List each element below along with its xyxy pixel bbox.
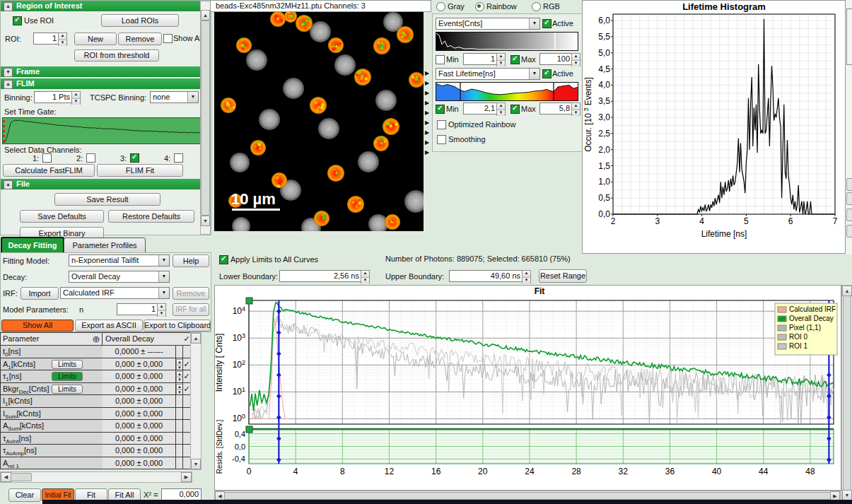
slider-marker-icon[interactable]: ▶ — [425, 120, 429, 126]
new-roi-button[interactable]: New — [74, 33, 117, 45]
scroll-down-icon[interactable]: ▼ — [842, 490, 852, 500]
scrollbar-thumb[interactable] — [11, 473, 32, 481]
events-max-spinner[interactable]: ▲▼ — [571, 53, 580, 66]
slider-marker-icon[interactable]: ▶ — [425, 71, 429, 76]
events-colorbar[interactable] — [436, 32, 578, 51]
binning-spinner[interactable]: ▲▼ — [71, 91, 81, 105]
scroll-up-icon[interactable]: ▲ — [191, 333, 201, 344]
mode-radio-rgb[interactable] — [532, 2, 541, 11]
upper-boundary-input[interactable]: 49,60 ns — [449, 270, 523, 282]
globe-icon[interactable]: ⊕ — [93, 334, 100, 344]
slider-marker-icon[interactable]: ▶ — [425, 100, 429, 106]
roi-from-threshold-button[interactable]: ROI from threshold — [74, 49, 159, 61]
reset-range-button[interactable]: Reset Range — [539, 269, 587, 283]
smoothing-checkbox[interactable] — [437, 135, 446, 144]
lifetime-min-input[interactable]: 2,1 — [463, 102, 498, 115]
slider-marker-icon[interactable]: ▶ — [425, 130, 429, 136]
use-roi-checkbox[interactable] — [13, 16, 22, 25]
scroll-up-icon[interactable]: ▲ — [201, 10, 210, 20]
clipped-button[interactable] — [846, 225, 852, 238]
scroll-right-icon[interactable]: ▶ — [181, 472, 192, 482]
scroll-down-icon[interactable]: ▼ — [201, 216, 210, 226]
remove-roi-button[interactable]: Remove — [118, 33, 162, 45]
scrollbar-thumb[interactable] — [201, 20, 210, 216]
resid-drag-handle[interactable] — [246, 426, 252, 433]
lower-boundary-input[interactable]: 2,56 ns — [279, 270, 362, 282]
binning-input[interactable]: 1 Pts — [34, 91, 73, 103]
scroll-up-icon[interactable]: ▲ — [842, 286, 852, 296]
channel-checkbox[interactable] — [42, 153, 52, 163]
tab-parameter-profiles[interactable]: Parameter Profiles — [64, 238, 146, 254]
roi-spinner[interactable]: ▲▼ — [58, 33, 67, 46]
fitting-model-dropdown[interactable]: n-Exponential Tailfit ▼ — [69, 254, 170, 266]
channel-checkbox[interactable] — [86, 153, 95, 163]
apply-limits-checkbox[interactable] — [219, 255, 228, 264]
scroll-left-icon[interactable]: ◀ — [1, 472, 11, 482]
irf-dropdown[interactable]: Calculated IRF ▼ — [60, 287, 170, 299]
slider-marker-icon[interactable]: ▶ — [425, 150, 429, 156]
save-result-button[interactable]: Save Result — [54, 193, 161, 206]
upper-boundary-spinner[interactable]: ▲▼ — [522, 270, 531, 283]
collapse-frame-icon[interactable]: ▼ — [4, 68, 13, 77]
clipped-button[interactable] — [846, 209, 852, 221]
show-all-curves-button[interactable]: Show All — [1, 320, 74, 332]
clipped-button[interactable] — [846, 192, 852, 205]
calculate-fastflim-button[interactable]: Calculate FastFLIM — [3, 164, 95, 177]
slider-marker-icon[interactable]: ▶ — [425, 90, 429, 96]
lifetime-max-input[interactable]: 5,8 — [539, 102, 573, 115]
restore-defaults-button[interactable]: Restore Defaults — [108, 210, 194, 223]
events-min-checkbox[interactable] — [436, 55, 445, 64]
decay-dropdown[interactable]: Overall Decay ▼ — [69, 271, 170, 283]
export-clipboard-button[interactable]: Export to Clipboard — [144, 320, 211, 332]
param-spinner[interactable]: ▲▼ — [176, 371, 183, 382]
param-table-scrollbar[interactable]: ▲ ▼ — [190, 332, 202, 470]
scrollbar-thumb[interactable] — [843, 295, 851, 491]
lifetime-dropdown[interactable]: Fast Lifetime[ns] ▼ — [436, 68, 540, 80]
lifetime-min-checkbox[interactable] — [436, 105, 445, 114]
optimized-rainbow-checkbox[interactable] — [437, 120, 446, 129]
events-active-checkbox[interactable] — [542, 19, 552, 28]
limits-button[interactable]: Limits — [52, 372, 83, 381]
scroll-down-icon[interactable]: ▼ — [191, 459, 201, 469]
events-max-checkbox[interactable] — [510, 55, 520, 64]
row-check-icon[interactable]: ✓ — [183, 385, 189, 393]
show-all-checkbox[interactable] — [163, 34, 173, 43]
save-defaults-button[interactable]: Save Defaults — [20, 210, 104, 223]
slider-marker-icon[interactable]: ▶ — [425, 140, 429, 146]
lifetime-max-spinner[interactable]: ▲▼ — [571, 102, 580, 116]
row-check-icon[interactable]: ✓ — [183, 372, 189, 380]
slider-marker-icon[interactable]: ▶ — [425, 81, 429, 86]
roi-number-input[interactable]: 1 — [33, 33, 59, 45]
lower-boundary-spinner[interactable]: ▲▼ — [361, 270, 370, 283]
limits-button[interactable]: Limits — [52, 385, 83, 394]
help-button[interactable]: Help — [173, 254, 209, 267]
fit-vscrollbar[interactable]: ▲ ▼ — [841, 285, 852, 501]
events-max-input[interactable]: 100 — [539, 53, 573, 65]
collapse-flim-icon[interactable]: ▲ — [4, 80, 13, 89]
mode-radio-gray[interactable] — [436, 2, 445, 11]
events-min-input[interactable]: 1 — [463, 53, 498, 65]
n-input[interactable]: 1 — [117, 303, 158, 315]
header-check-icon[interactable]: ✓ — [183, 334, 189, 343]
clear-button[interactable]: Clear — [8, 488, 41, 502]
param-spinner[interactable]: ▲▼ — [176, 384, 183, 395]
collapse-roi-icon[interactable]: ▲ — [4, 2, 13, 11]
param-spinner[interactable]: ▲▼ — [176, 359, 183, 370]
row-check-icon[interactable]: ✓ — [183, 360, 189, 368]
collapse-file-icon[interactable]: ▲ — [4, 180, 13, 189]
time-gate-plot[interactable] — [2, 117, 201, 144]
fit-chart[interactable]: Fit1001011021031040,40,0-0,4048121620242… — [214, 285, 840, 489]
load-rois-button[interactable]: Load ROIs — [101, 14, 179, 27]
slider-marker-icon[interactable]: ▶ — [425, 110, 429, 116]
channel-checkbox[interactable] — [174, 153, 183, 163]
events-dropdown[interactable]: Events[Cnts] ▼ — [436, 18, 540, 30]
scrollbar-thumb[interactable] — [224, 492, 831, 500]
events-min-spinner[interactable]: ▲▼ — [496, 53, 506, 66]
flim-fit-button[interactable]: FLIM Fit — [97, 164, 183, 177]
lifetime-active-checkbox[interactable] — [542, 69, 552, 78]
lifetime-colorbar[interactable] — [436, 82, 578, 101]
flim-image[interactable]: 10 µm — [214, 12, 424, 231]
left-panel-scrollbar[interactable]: ▲ ▼ — [200, 1, 211, 235]
limits-button[interactable]: Limits — [52, 360, 83, 369]
mode-radio-rainbow[interactable] — [475, 2, 484, 11]
